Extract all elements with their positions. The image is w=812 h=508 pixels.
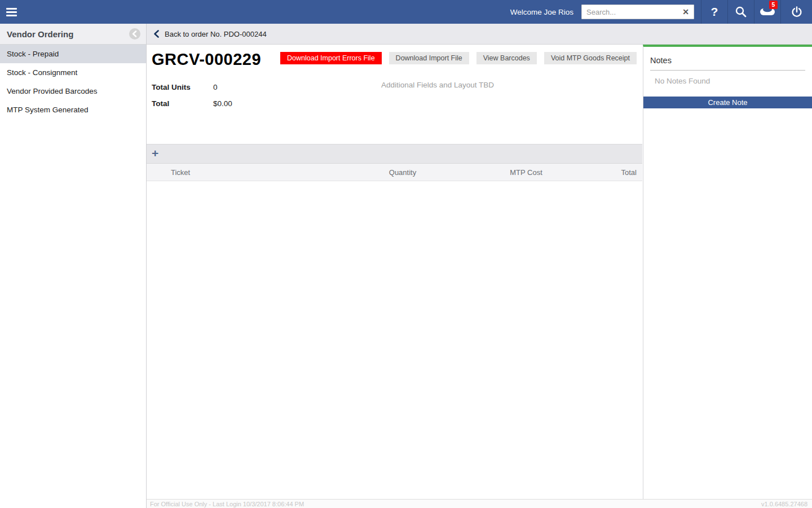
power-icon (790, 5, 804, 19)
sidebar-item-vendor-provided-barcodes[interactable]: Vendor Provided Barcodes (0, 82, 146, 100)
placeholder-note: Additional Fields and Layout TBD (381, 81, 494, 89)
notes-divider (650, 70, 805, 71)
column-header-total: Total (582, 168, 642, 177)
total-label: Total (152, 99, 213, 108)
logout-button[interactable] (780, 0, 812, 24)
search-button[interactable] (727, 0, 754, 24)
sidebar-collapse-button[interactable] (129, 28, 140, 40)
breadcrumb-label: Back to order No. PDO-000244 (165, 30, 267, 38)
receipt-details-card: GRCV-000229 Download Import Errors File … (147, 45, 642, 144)
chevron-left-icon (129, 28, 140, 40)
back-to-order-link[interactable]: Back to order No. PDO-000244 (147, 29, 267, 38)
sidebar-item-stock-prepaid[interactable]: Stock - Prepaid (0, 45, 146, 63)
search-icon (735, 6, 747, 18)
sidebar-item-mtp-system-generated[interactable]: MTP System Generated (0, 100, 146, 119)
sidebar: Vendor Ordering Stock - Prepaid Stock - … (0, 24, 147, 508)
footer: For Official Use Only - Last Login 10/3/… (147, 499, 812, 508)
help-button[interactable]: ? (701, 0, 727, 24)
ticket-table-toolbar: + (147, 144, 642, 164)
footer-version-text: v1.0.6485.27468 (761, 501, 807, 507)
sidebar-item-stock-consignment[interactable]: Stock - Consignment (0, 63, 146, 82)
total-units-value: 0 (213, 83, 218, 91)
scanner-button[interactable]: 5 (754, 0, 780, 24)
hamburger-menu-icon[interactable] (0, 0, 24, 24)
create-note-button[interactable]: Create Note (643, 97, 812, 108)
breadcrumb-bar: Back to order No. PDO-000244 (147, 24, 812, 45)
total-value: $0.00 (213, 99, 232, 108)
back-chevron-icon (153, 29, 161, 38)
total-units-label: Total Units (152, 83, 213, 91)
main-content: GRCV-000229 Download Import Errors File … (147, 45, 642, 499)
action-button-row: Download Import Errors File Download Imp… (280, 52, 637, 64)
help-icon: ? (711, 5, 718, 19)
notes-title: Notes (650, 56, 805, 65)
welcome-text: Welcome Joe Rios (510, 8, 573, 16)
footer-official-use-text: For Official Use Only - Last Login 10/3/… (150, 501, 304, 507)
top-navbar: Welcome Joe Rios ✕ ? 5 (0, 0, 812, 24)
column-header-quantity: Quantity (335, 168, 470, 177)
notification-badge: 5 (769, 1, 778, 9)
search-box: ✕ (581, 5, 694, 19)
add-ticket-button[interactable]: + (147, 147, 158, 160)
ticket-table-header: Ticket Quantity MTP Cost Total (147, 164, 642, 181)
clear-search-icon[interactable]: ✕ (678, 7, 694, 16)
sidebar-header: Vendor Ordering (0, 24, 146, 45)
sidebar-title: Vendor Ordering (7, 29, 129, 39)
column-header-ticket: Ticket (147, 168, 335, 177)
column-header-mtp-cost: MTP Cost (470, 168, 582, 177)
download-import-file-button[interactable]: Download Import File (389, 52, 469, 64)
search-input[interactable] (582, 8, 678, 16)
notes-empty-text: No Notes Found (655, 77, 805, 85)
notes-panel: Notes No Notes Found Create Note (643, 45, 812, 499)
view-barcodes-button[interactable]: View Barcodes (476, 52, 537, 64)
void-mtp-goods-receipt-button[interactable]: Void MTP Goods Receipt (544, 52, 637, 64)
download-import-errors-file-button[interactable]: Download Import Errors File (280, 52, 382, 64)
page-title: GRCV-000229 (152, 50, 261, 69)
